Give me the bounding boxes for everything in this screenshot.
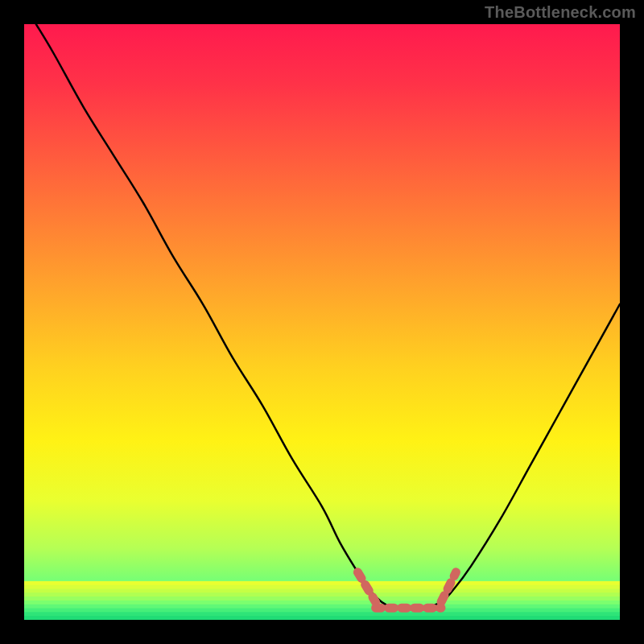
optimal-range-right-marker — [441, 572, 456, 602]
watermark-text: TheBottleneck.com — [485, 3, 636, 22]
bottleneck-curve — [36, 24, 620, 609]
chart-frame: TheBottleneck.com — [0, 0, 644, 644]
optimal-range-left-marker — [357, 572, 375, 602]
optimal-range-markers — [357, 572, 456, 608]
curve-layer — [24, 24, 620, 620]
plot-area — [24, 24, 620, 620]
